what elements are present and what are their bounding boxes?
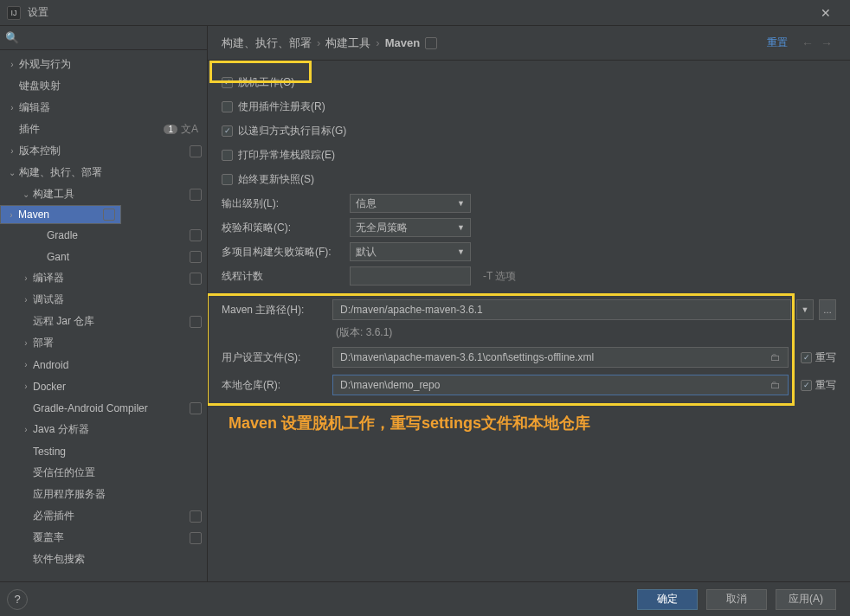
chevron-icon: › [7, 146, 17, 156]
sidebar-item-label: Java 分析器 [33, 422, 202, 437]
sidebar-item-label: 编译器 [33, 271, 190, 286]
folder-icon[interactable]: 🗀 [770, 379, 781, 391]
select-value: 无全局策略 [356, 221, 408, 235]
settings-tree: ›外观与行为键盘映射›编辑器插件1文A›版本控制⌄构建、执行、部署⌄构建工具›M… [0, 50, 207, 581]
sidebar-item[interactable]: ›部署 [0, 332, 207, 354]
sidebar-item[interactable]: Gant [0, 246, 207, 267]
close-icon[interactable]: ✕ [808, 0, 843, 26]
browse-button[interactable]: … [819, 299, 836, 320]
input-value: D:\maven\demo_repo [340, 379, 440, 391]
back-arrow-icon[interactable]: ← [802, 36, 814, 50]
project-scope-icon [190, 251, 202, 263]
sidebar-item[interactable]: ›调试器 [0, 289, 207, 311]
reset-link[interactable]: 重置 [767, 35, 788, 50]
chevron-down-icon: ▼ [802, 305, 809, 314]
breadcrumb-item[interactable]: 构建、执行、部署 [222, 35, 312, 51]
checksum-policy-select[interactable]: 无全局策略▼ [350, 218, 471, 237]
sidebar-item-label: 部署 [33, 336, 202, 350]
footer: ? 确定 取消 应用(A) [0, 581, 850, 616]
checkbox-icon [801, 352, 812, 363]
help-button[interactable]: ? [7, 589, 28, 610]
sidebar-item[interactable]: ›Docker [0, 375, 207, 397]
maven-home-input[interactable]: D:/maven/apache-maven-3.6.1 [332, 299, 791, 320]
chevron-down-icon: ▼ [457, 223, 465, 232]
sidebar-item[interactable]: ›版本控制 [0, 140, 207, 162]
window-title: 设置 [28, 5, 808, 20]
sidebar-item[interactable]: ›Maven [0, 205, 121, 224]
sidebar-item[interactable]: 必需插件 [0, 505, 207, 527]
user-settings-input[interactable]: D:\maven\apache-maven-3.6.1\conf\setting… [332, 347, 789, 368]
offline-checkbox[interactable]: 脱机工作(O) [222, 75, 294, 90]
search-input[interactable] [23, 32, 202, 44]
sidebar-item[interactable]: Gradle [0, 224, 207, 246]
maven-home-row: Maven 主路径(H): D:/maven/apache-maven-3.6.… [222, 299, 836, 320]
local-override-checkbox[interactable]: 重写 [801, 378, 836, 393]
checkbox-icon [222, 77, 233, 88]
sidebar-item[interactable]: ›Android [0, 354, 207, 375]
threads-hint: -T 选项 [483, 269, 516, 284]
ok-button[interactable]: 确定 [637, 589, 698, 610]
sidebar-item-label: 编辑器 [19, 100, 202, 115]
chevron-icon: › [21, 338, 31, 348]
checkbox-label: 脱机工作(O) [238, 75, 294, 90]
project-scope-icon [190, 532, 202, 544]
output-level-label: 输出级别(L): [222, 196, 350, 211]
breadcrumb: 构建、执行、部署 › 构建工具 › Maven [222, 35, 767, 51]
chevron-right-icon: › [317, 36, 320, 49]
user-settings-label: 用户设置文件(S): [222, 350, 327, 365]
sidebar-item-label: Gradle [47, 229, 190, 241]
local-repo-row: 本地仓库(R): D:\maven\demo_repo🗀 重写 [222, 375, 836, 395]
user-override-checkbox[interactable]: 重写 [801, 350, 836, 365]
search-bar: 🔍 [0, 26, 207, 50]
snapshot-checkbox[interactable]: 始终更新快照(S) [222, 172, 314, 187]
chevron-icon: › [7, 60, 17, 69]
sidebar-item[interactable]: Testing [0, 440, 207, 462]
chevron-icon: ⌄ [7, 168, 17, 177]
folder-icon[interactable]: 🗀 [770, 351, 781, 363]
checkbox-label: 重写 [815, 350, 836, 365]
checkbox-icon [222, 101, 233, 112]
sidebar-item[interactable]: 远程 Jar 仓库 [0, 311, 207, 332]
sidebar-item[interactable]: 软件包搜索 [0, 549, 207, 570]
threads-input[interactable] [350, 266, 471, 286]
maven-home-dropdown[interactable]: ▼ [796, 299, 814, 320]
breadcrumb-item[interactable]: 构建工具 [325, 35, 370, 51]
sidebar-item-label: 外观与行为 [19, 57, 202, 72]
sidebar-item[interactable]: ›外观与行为 [0, 54, 207, 75]
sidebar-item[interactable]: Gradle-Android Compiler [0, 397, 207, 419]
sidebar-item[interactable]: ⌄构建工具 [0, 183, 207, 205]
project-scope-icon [190, 189, 202, 201]
recursive-checkbox[interactable]: 以递归方式执行目标(G) [222, 124, 346, 138]
chevron-icon: › [6, 210, 16, 220]
local-repo-input[interactable]: D:\maven\demo_repo🗀 [332, 375, 789, 395]
sidebar-item[interactable]: 覆盖率 [0, 527, 207, 549]
chevron-icon: › [21, 295, 31, 305]
cancel-button[interactable]: 取消 [706, 589, 767, 610]
sidebar-item-label: Android [33, 359, 202, 371]
sidebar-item[interactable]: ⌄构建、执行、部署 [0, 162, 207, 183]
output-level-select[interactable]: 信息▼ [350, 194, 471, 213]
chevron-icon: ⌄ [21, 189, 31, 199]
registry-checkbox[interactable]: 使用插件注册表(R) [222, 99, 325, 114]
apply-button[interactable]: 应用(A) [776, 589, 836, 610]
breadcrumb-item: Maven [385, 36, 420, 49]
select-value: 默认 [356, 245, 377, 260]
sidebar-item-label: 键盘映射 [19, 79, 202, 93]
sidebar-item[interactable]: ›编辑器 [0, 97, 207, 119]
threads-label: 线程计数 [222, 269, 350, 284]
multi-fail-select[interactable]: 默认▼ [350, 242, 471, 261]
sidebar-item-label: 应用程序服务器 [33, 487, 202, 502]
forward-arrow-icon[interactable]: → [821, 36, 833, 50]
stacktrace-checkbox[interactable]: 打印异常堆栈跟踪(E) [222, 148, 335, 163]
sidebar-item[interactable]: 插件1文A [0, 119, 207, 140]
input-value: D:\maven\apache-maven-3.6.1\conf\setting… [340, 351, 594, 363]
sidebar-item-label: 构建工具 [33, 187, 190, 202]
sidebar-item[interactable]: 键盘映射 [0, 75, 207, 97]
search-icon: 🔍 [5, 31, 19, 44]
button-label: 取消 [726, 592, 747, 606]
sidebar-item[interactable]: 受信任的位置 [0, 462, 207, 484]
sidebar-item[interactable]: 应用程序服务器 [0, 484, 207, 505]
sidebar-item[interactable]: ›编译器 [0, 267, 207, 289]
sidebar-item[interactable]: ›Java 分析器 [0, 419, 207, 440]
sidebar: 🔍 ›外观与行为键盘映射›编辑器插件1文A›版本控制⌄构建、执行、部署⌄构建工具… [0, 26, 208, 581]
